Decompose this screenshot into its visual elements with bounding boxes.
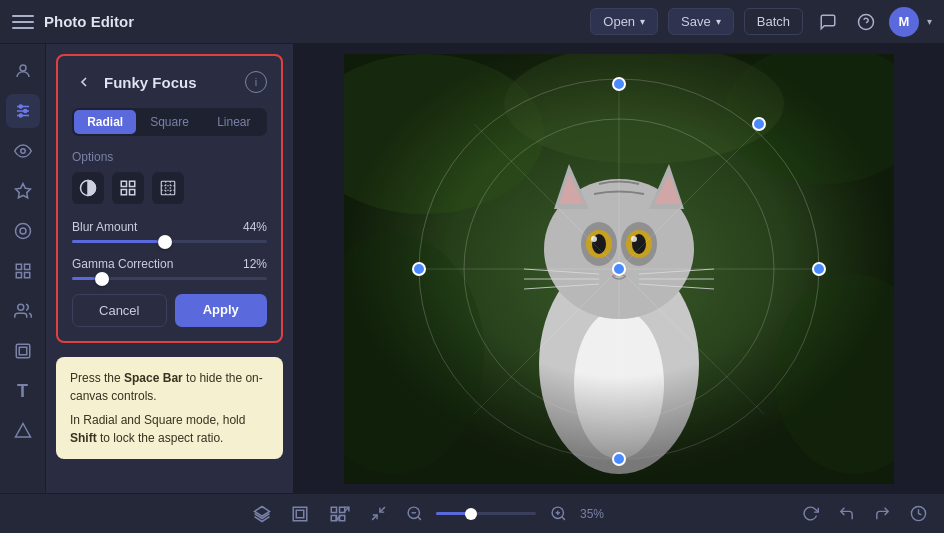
gamma-correction-label: Gamma Correction: [72, 257, 173, 271]
topbar-icons: M ▾: [813, 7, 932, 37]
svg-rect-73: [331, 515, 336, 520]
sidebar-item-profile[interactable]: [6, 54, 40, 88]
frame-bottom-icon[interactable]: [286, 500, 314, 528]
zoom-in-button[interactable]: [544, 500, 572, 528]
zoom-value: 35%: [580, 507, 616, 521]
svg-point-11: [15, 224, 30, 239]
panel: Funky Focus i Radial Square Linear Optio…: [46, 44, 294, 493]
svg-point-17: [17, 304, 23, 310]
sidebar-item-adjustments[interactable]: [6, 94, 40, 128]
blur-amount-label: Blur Amount: [72, 220, 137, 234]
gamma-correction-slider[interactable]: [72, 277, 267, 280]
sidebar-item-effects[interactable]: [6, 174, 40, 208]
blur-amount-row: Blur Amount 44%: [72, 220, 267, 243]
svg-point-64: [413, 263, 425, 275]
avatar-chevron[interactable]: ▾: [927, 16, 932, 27]
panel-title: Funky Focus: [104, 74, 237, 91]
info-button[interactable]: i: [245, 71, 267, 93]
svg-point-66: [753, 118, 765, 130]
svg-rect-26: [161, 181, 175, 195]
blur-amount-slider[interactable]: [72, 240, 267, 243]
panel-actions: Cancel Apply: [72, 294, 267, 327]
svg-rect-19: [19, 347, 27, 355]
zoom-out-button[interactable]: [400, 500, 428, 528]
menu-icon[interactable]: [12, 11, 34, 33]
refresh-icon[interactable]: [796, 500, 824, 528]
fit-icon[interactable]: [364, 500, 392, 528]
mode-tabs: Radial Square Linear: [72, 108, 267, 136]
canvas-image: [344, 54, 894, 484]
avatar[interactable]: M: [889, 7, 919, 37]
overlay-option-button[interactable]: [152, 172, 184, 204]
svg-rect-14: [24, 264, 29, 269]
sidebar-item-frames[interactable]: [6, 334, 40, 368]
svg-rect-18: [16, 344, 30, 358]
contrast-option-button[interactable]: [72, 172, 104, 204]
chat-icon[interactable]: [813, 7, 843, 37]
undo-icon[interactable]: [832, 500, 860, 528]
cancel-button[interactable]: Cancel: [72, 294, 167, 327]
svg-marker-10: [15, 184, 30, 198]
svg-rect-13: [16, 264, 21, 269]
apply-button[interactable]: Apply: [175, 294, 268, 327]
tab-radial[interactable]: Radial: [74, 110, 136, 134]
grid-bottom-icon[interactable]: [324, 500, 352, 528]
sidebar-item-people[interactable]: [6, 294, 40, 328]
svg-rect-22: [121, 181, 126, 186]
svg-marker-20: [15, 424, 30, 438]
svg-point-2: [20, 65, 26, 71]
gamma-correction-row: Gamma Correction 12%: [72, 257, 267, 280]
svg-rect-25: [130, 190, 135, 195]
sidebar-item-text[interactable]: T: [6, 374, 40, 408]
open-button[interactable]: Open ▾: [590, 8, 658, 35]
blur-amount-value: 44%: [243, 220, 267, 234]
panel-inner: Funky Focus i Radial Square Linear Optio…: [56, 54, 283, 343]
batch-button[interactable]: Batch: [744, 8, 803, 35]
svg-point-6: [19, 105, 22, 108]
sidebar-item-view[interactable]: [6, 134, 40, 168]
svg-rect-69: [293, 507, 307, 521]
options-icons: [72, 172, 267, 204]
svg-rect-24: [121, 190, 126, 195]
tooltip-line2: In Radial and Square mode, hold Shift to…: [70, 411, 269, 447]
svg-rect-71: [331, 507, 336, 512]
svg-point-12: [20, 228, 26, 234]
save-button[interactable]: Save ▾: [668, 8, 734, 35]
help-icon[interactable]: [851, 7, 881, 37]
redo-icon[interactable]: [868, 500, 896, 528]
svg-rect-74: [340, 515, 345, 520]
zoom-controls: 35%: [328, 500, 616, 528]
sidebar-item-filter[interactable]: [6, 214, 40, 248]
bottom-left-icons: [248, 500, 352, 528]
svg-point-67: [613, 263, 625, 275]
layers-bottom-icon[interactable]: [248, 500, 276, 528]
svg-rect-23: [130, 181, 135, 186]
svg-rect-72: [340, 507, 345, 512]
svg-line-77: [372, 515, 377, 520]
svg-point-8: [19, 114, 22, 117]
bottom-bar: 35%: [0, 493, 944, 533]
bottom-right-icons: [796, 500, 932, 528]
tooltip-line1: Press the Space Bar to hide the on-canva…: [70, 369, 269, 405]
sidebar-item-shapes[interactable]: [6, 414, 40, 448]
tooltip-box: Press the Space Bar to hide the on-canva…: [56, 357, 283, 459]
history-icon[interactable]: [904, 500, 932, 528]
svg-point-65: [813, 263, 825, 275]
svg-rect-16: [24, 273, 29, 278]
tab-linear[interactable]: Linear: [203, 110, 265, 134]
left-sidebar: T: [0, 44, 46, 493]
back-button[interactable]: [72, 70, 96, 94]
app-title: Photo Editor: [44, 13, 134, 30]
tab-square[interactable]: Square: [138, 110, 200, 134]
options-label: Options: [72, 150, 267, 164]
svg-line-80: [417, 517, 420, 520]
sidebar-item-layers[interactable]: [6, 254, 40, 288]
svg-rect-15: [16, 273, 21, 278]
svg-line-83: [561, 517, 564, 520]
grid-option-button[interactable]: [112, 172, 144, 204]
svg-point-9: [20, 149, 25, 154]
gamma-correction-value: 12%: [243, 257, 267, 271]
canvas-area[interactable]: [294, 44, 944, 493]
svg-rect-70: [296, 510, 304, 518]
zoom-slider[interactable]: [436, 512, 536, 515]
